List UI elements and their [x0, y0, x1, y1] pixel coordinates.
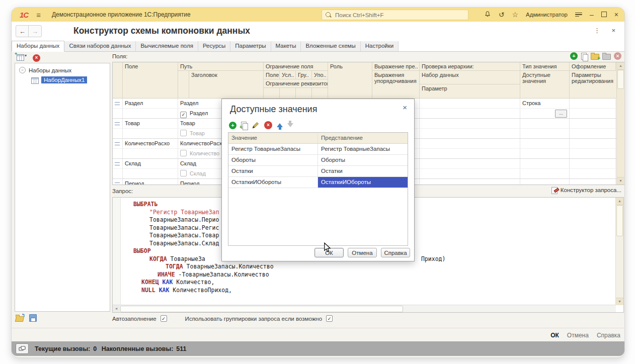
column-header-path[interactable]: Путь [178, 62, 264, 71]
cell[interactable] [570, 99, 616, 108]
presentation-cell[interactable]: Регистр ТоварныеЗапасы [318, 144, 408, 154]
column-header-restr-condition[interactable]: Усл.. [280, 71, 296, 79]
column-header-restr-attrs[interactable]: Ограничение реквизитов [264, 79, 328, 88]
cell[interactable] [420, 119, 520, 128]
forward-button[interactable]: → [28, 25, 42, 37]
cell[interactable] [520, 149, 570, 158]
cell[interactable] [570, 179, 616, 185]
scroll-thumb[interactable] [616, 205, 623, 236]
values-table-row[interactable]: ОстаткиОстатки [228, 166, 408, 177]
query-vscrollbar[interactable]: ▲ ▼ [615, 198, 623, 305]
cell[interactable] [570, 119, 616, 128]
search-box[interactable] [322, 10, 468, 20]
delete-field-button[interactable]: × [614, 52, 621, 60]
cell[interactable] [123, 169, 178, 178]
column-header-field[interactable]: Поле [123, 62, 178, 99]
tab-1[interactable]: Связи наборов данных [64, 41, 136, 51]
form-ok-button[interactable]: ОК [550, 332, 559, 339]
value-cell[interactable]: Обороты [228, 155, 318, 165]
column-header-restr-field[interactable]: Поле [264, 71, 280, 79]
cell[interactable] [520, 129, 570, 138]
column-header-available-values[interactable]: Доступные значения [520, 71, 570, 99]
tab-3[interactable]: Ресурсы [198, 41, 230, 51]
tab-5[interactable]: Макеты [271, 41, 301, 51]
cell[interactable] [113, 129, 123, 138]
cell[interactable] [113, 179, 123, 185]
column-header-title[interactable]: Заголовок [189, 71, 264, 99]
window-close-button[interactable]: × [614, 11, 618, 18]
presentation-cell[interactable]: ОстаткиИОбороты [318, 177, 408, 188]
column-header-role[interactable]: Роль [328, 62, 372, 99]
dialog-close-button[interactable]: × [403, 103, 407, 112]
cell[interactable] [420, 159, 520, 168]
cell[interactable] [123, 129, 178, 138]
add-field-button[interactable]: + [570, 52, 578, 60]
add-group-button[interactable]: + [591, 53, 599, 59]
scroll-up-icon[interactable]: ▲ [617, 62, 624, 70]
tree-item-datasets-root[interactable]: − Наборы данных [19, 67, 110, 73]
add-dataset-button[interactable]: + ▾ [16, 53, 27, 62]
cell[interactable] [420, 99, 520, 108]
column-header-restr-order[interactable]: Упо.. [312, 71, 328, 79]
history-button[interactable]: ↺ [499, 11, 505, 18]
cell[interactable] [570, 139, 616, 148]
load-query-button[interactable]: ↰ [16, 315, 24, 322]
cell-field[interactable]: Товар [123, 119, 178, 128]
main-menu-button[interactable]: ≡ [36, 11, 41, 19]
favorites-button[interactable]: ☆ [512, 11, 518, 18]
search-input[interactable] [334, 12, 462, 19]
cancel-button[interactable]: Отмена [348, 248, 377, 257]
cell[interactable] [113, 99, 123, 108]
presentation-cell[interactable]: Обороты [318, 155, 408, 165]
value-cell[interactable]: Регистр ТоварныеЗапасы [228, 144, 318, 154]
form-help-button[interactable]: Справка [597, 332, 620, 339]
fields-grid-vscrollbar[interactable]: ▲ ▼ [616, 62, 624, 185]
cell-value-type[interactable] [520, 179, 570, 185]
cell[interactable] [570, 149, 616, 158]
back-button[interactable]: ← [16, 25, 29, 37]
delete-value-button[interactable]: × [264, 121, 272, 129]
cell[interactable] [113, 169, 123, 178]
collapse-icon[interactable]: − [19, 67, 26, 73]
cell[interactable] [113, 159, 123, 168]
move-up-button[interactable] [277, 123, 283, 127]
tab-4[interactable]: Параметры [230, 41, 271, 51]
cell-value-type[interactable] [520, 119, 570, 128]
column-header-value[interactable]: Значение [228, 133, 318, 143]
cell[interactable] [570, 169, 616, 178]
cell[interactable]: ... [520, 109, 570, 118]
cell[interactable] [570, 109, 616, 118]
cell[interactable] [113, 139, 123, 148]
values-table-row[interactable]: ОборотыОбороты [228, 155, 408, 166]
cell[interactable] [420, 179, 520, 185]
functions-menu-button[interactable] [575, 13, 582, 17]
tab-6[interactable]: Вложенные схемы [301, 41, 360, 51]
cell-field[interactable]: Раздел [123, 99, 178, 108]
ok-button[interactable]: ОК [314, 248, 344, 257]
cell-value-type[interactable]: Строка [520, 99, 570, 108]
move-down-button[interactable] [287, 123, 293, 127]
column-header-presentation[interactable]: Представление [318, 133, 408, 143]
column-header-restr-group[interactable]: Гру.. [296, 71, 312, 79]
move-to-group-button[interactable] [602, 53, 610, 59]
more-menu-button[interactable]: ⋮ [594, 27, 600, 34]
query-designer-button[interactable]: Конструктор запроса... [551, 187, 621, 194]
cell[interactable] [123, 149, 178, 158]
column-header-restriction[interactable]: Ограничение поля [264, 62, 328, 71]
value-cell[interactable]: Остатки [228, 166, 318, 176]
server-calls-button[interactable] [16, 343, 29, 354]
title-checkbox[interactable] [180, 130, 187, 136]
tab-0[interactable]: Наборы данных [12, 41, 64, 52]
available-values-ellipsis-button[interactable]: ... [555, 110, 567, 118]
cell[interactable] [113, 149, 123, 158]
values-table-row[interactable]: ОстаткиИОборотыОстаткиИОбороты [228, 177, 408, 188]
title-checkbox[interactable]: ✓ [180, 112, 187, 118]
cell[interactable] [123, 109, 178, 118]
form-close-button[interactable]: × [611, 27, 615, 34]
notifications-button[interactable] [484, 11, 491, 19]
column-header-value-type[interactable]: Тип значения [520, 62, 570, 71]
cell-value-type[interactable] [520, 139, 570, 148]
scroll-left-icon[interactable]: ◂ [113, 305, 120, 312]
cell[interactable] [420, 109, 520, 118]
use-grouping-checkbox[interactable]: ✓ [326, 315, 333, 322]
